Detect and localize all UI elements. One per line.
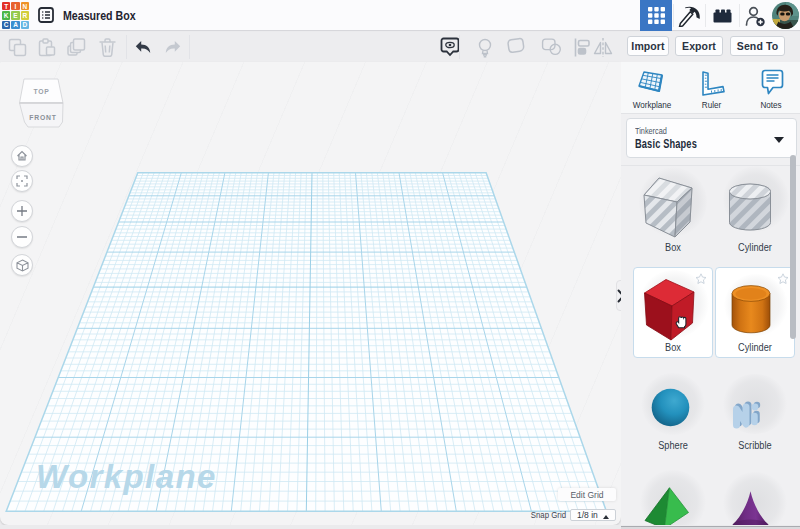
svg-text:FRONT: FRONT [29, 114, 56, 121]
svg-text:TOP: TOP [33, 88, 49, 95]
